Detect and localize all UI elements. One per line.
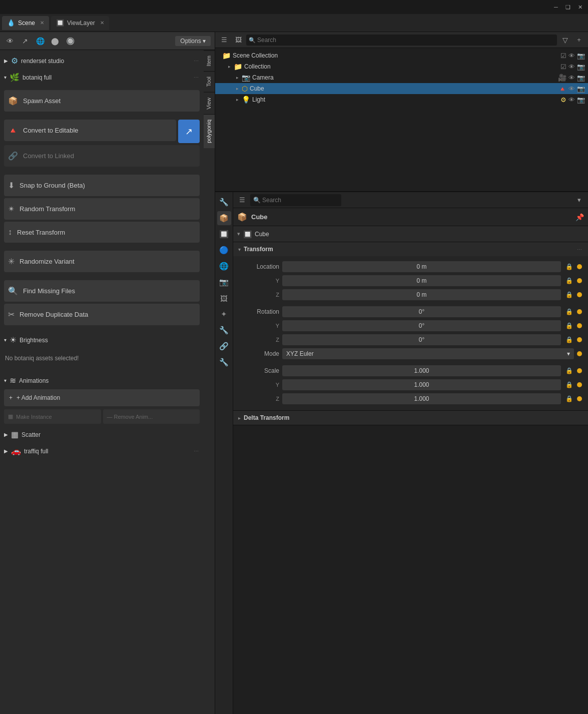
- cube-eye[interactable]: 👁: [568, 85, 575, 93]
- collection-arrow[interactable]: ▸: [228, 64, 231, 69]
- camera-item[interactable]: ▸ 📷 Camera 🎥 👁 📷: [215, 72, 588, 83]
- collection-camera[interactable]: 📷: [577, 63, 585, 71]
- rotation-y-value[interactable]: 0°: [282, 320, 561, 331]
- arrow-icon[interactable]: ↗: [19, 35, 31, 47]
- prop-sidebar: 🔧 📦 🔲 🔵 🌐 📷 🖼 ✦ 🔧 🔗 🔧: [215, 192, 233, 714]
- scale-z-lock[interactable]: 🔒: [564, 395, 574, 402]
- convert-editable-button[interactable]: 🔺 Convert to Editable: [4, 120, 176, 141]
- tab-scene[interactable]: 💧 Scene ✕: [2, 16, 49, 30]
- tab-polygoniq[interactable]: polygoniq: [204, 114, 215, 148]
- light-camera-btn[interactable]: 📷: [577, 96, 585, 104]
- location-y-value[interactable]: 0 m: [282, 275, 561, 286]
- camera-camera-btn[interactable]: 📷: [577, 74, 585, 82]
- prop-object-icon[interactable]: 📦: [217, 211, 231, 225]
- brightness-header[interactable]: ▾ ☀ Brightness: [4, 333, 200, 347]
- location-x-lock[interactable]: 🔒: [564, 263, 574, 270]
- scene-col-eye[interactable]: 👁: [568, 52, 575, 60]
- light-arrow[interactable]: ▸: [236, 97, 239, 102]
- random-transform-button[interactable]: ✴ Random Transform: [4, 198, 200, 220]
- prop-search-input[interactable]: [250, 194, 341, 206]
- minimize-button[interactable]: ─: [552, 3, 560, 11]
- mode-select[interactable]: XYZ Euler ▾: [282, 348, 574, 359]
- cube-arrow[interactable]: ▸: [236, 86, 239, 91]
- light-item[interactable]: ▸ 💡 Light ⚙ 👁 📷: [215, 94, 588, 105]
- spawn-asset-button[interactable]: 📦 Spawn Asset: [4, 90, 200, 112]
- prop-material-icon[interactable]: 🔵: [217, 243, 231, 257]
- pin-icon[interactable]: 📌: [575, 213, 584, 221]
- scene-collection-item[interactable]: 📁 Scene Collection ☑ 👁 📷: [215, 50, 588, 61]
- botaniq-header[interactable]: ▾ 🌿 botaniq full ⋯: [4, 71, 200, 84]
- prop-output-icon[interactable]: 🖼: [217, 291, 231, 305]
- location-z-lock[interactable]: 🔒: [564, 291, 574, 298]
- mode-dot: [577, 351, 582, 356]
- traffiq-header[interactable]: ▶ 🚗 traffiq full ⋯: [4, 444, 200, 458]
- rotation-y-lock[interactable]: 🔒: [564, 322, 574, 329]
- transform-section-header[interactable]: ▾ Transform ⋯: [233, 242, 588, 256]
- outliner-search-input[interactable]: [246, 35, 557, 46]
- tab-view[interactable]: View: [204, 92, 215, 115]
- outliner-add-icon[interactable]: +: [573, 34, 585, 46]
- cube-item[interactable]: ▸ ⬡ Cube 🔺 👁 📷: [215, 83, 588, 94]
- animations-header[interactable]: ▾ ≋ Animations: [4, 374, 200, 387]
- mesh-dropdown-icon[interactable]: ▾: [237, 231, 240, 237]
- add-animation-label: + Add Animation: [17, 394, 60, 401]
- scale-z-value[interactable]: 1.000: [282, 393, 561, 404]
- location-y-row: Y 0 m 🔒: [239, 274, 582, 287]
- add-animation-button[interactable]: + + Add Animation: [4, 389, 200, 406]
- renderset-header[interactable]: ▶ ⚙ renderset studio ⋯: [4, 54, 200, 68]
- snap-ground-button[interactable]: ⬇ Snap to Ground (Beta): [4, 175, 200, 196]
- collection-eye[interactable]: 👁: [568, 63, 575, 71]
- globe-icon[interactable]: 🌐: [34, 35, 46, 47]
- outliner-filter-icon[interactable]: ▽: [559, 34, 571, 46]
- rotation-x-value[interactable]: 0°: [282, 306, 561, 317]
- camera-arrow[interactable]: ▸: [236, 75, 239, 80]
- prop-expand-icon[interactable]: ▾: [573, 194, 585, 206]
- outliner-display-icon[interactable]: 🖼: [232, 34, 244, 46]
- scale-y-lock[interactable]: 🔒: [564, 381, 574, 388]
- maximize-button[interactable]: ❑: [564, 3, 572, 11]
- reset-transform-button[interactable]: ↕ Reset Transform: [4, 222, 200, 243]
- light-eye[interactable]: 👁: [568, 96, 575, 104]
- scene-tab-close[interactable]: ✕: [40, 20, 44, 26]
- scale-x-lock[interactable]: 🔒: [564, 367, 574, 374]
- prop-physics-icon[interactable]: 🔧: [217, 323, 231, 337]
- circle-icon[interactable]: ⬤: [49, 35, 61, 47]
- rotation-z-lock[interactable]: 🔒: [564, 336, 574, 343]
- camera-eye[interactable]: 👁: [568, 74, 575, 82]
- randomize-variant-button[interactable]: ✳ Randomize Variant: [4, 251, 200, 272]
- eye-icon[interactable]: 👁: [4, 35, 16, 47]
- rotation-z-value[interactable]: 0°: [282, 334, 561, 345]
- prop-modifiers-icon[interactable]: 🔧: [217, 355, 231, 369]
- delta-transform-header[interactable]: ▸ Delta Transform: [233, 411, 588, 425]
- tab-item[interactable]: Item: [204, 50, 215, 71]
- viewlayer-tab-close[interactable]: ✕: [100, 20, 104, 26]
- options-button[interactable]: Options ▾: [175, 36, 211, 46]
- scene-col-camera[interactable]: 📷: [577, 52, 585, 60]
- prop-constraints-icon[interactable]: 🔗: [217, 339, 231, 353]
- outliner-view-icon[interactable]: ☰: [218, 34, 230, 46]
- cube-camera-btn[interactable]: 📷: [577, 85, 585, 93]
- prop-particles-icon[interactable]: ✦: [217, 307, 231, 321]
- find-missing-button[interactable]: 🔍 Find Missing Files: [4, 280, 200, 302]
- rotation-x-lock[interactable]: 🔒: [564, 308, 574, 315]
- convert-accent-button[interactable]: ↗: [178, 120, 200, 143]
- collection-checkbox[interactable]: ☑: [560, 63, 566, 71]
- ring-icon[interactable]: 🔘: [64, 35, 76, 47]
- location-x-value[interactable]: 0 m: [282, 261, 561, 272]
- prop-tool-icon[interactable]: 🔧: [217, 195, 231, 209]
- tab-viewlayer[interactable]: 🔲 ViewLayer ✕: [51, 16, 109, 30]
- prop-mesh-icon[interactable]: 🔲: [217, 227, 231, 241]
- close-button[interactable]: ✕: [576, 3, 584, 11]
- tab-tool[interactable]: Tool: [204, 71, 215, 92]
- scale-y-value[interactable]: 1.000: [282, 379, 561, 390]
- location-z-value[interactable]: 0 m: [282, 289, 561, 300]
- collection-item[interactable]: ▸ 📁 Collection ☑ 👁 📷: [215, 61, 588, 72]
- prop-render-icon[interactable]: 📷: [217, 275, 231, 289]
- scene-col-checkbox[interactable]: ☑: [560, 52, 566, 60]
- prop-view-icon[interactable]: ☰: [236, 194, 248, 206]
- remove-duplicate-button[interactable]: ✂ Remove Duplicate Data: [4, 304, 200, 325]
- location-y-lock[interactable]: 🔒: [564, 277, 574, 284]
- scatter-header[interactable]: ▶ ▦ Scatter: [4, 428, 200, 441]
- prop-world-icon[interactable]: 🌐: [217, 259, 231, 273]
- scale-x-value[interactable]: 1.000: [282, 365, 561, 376]
